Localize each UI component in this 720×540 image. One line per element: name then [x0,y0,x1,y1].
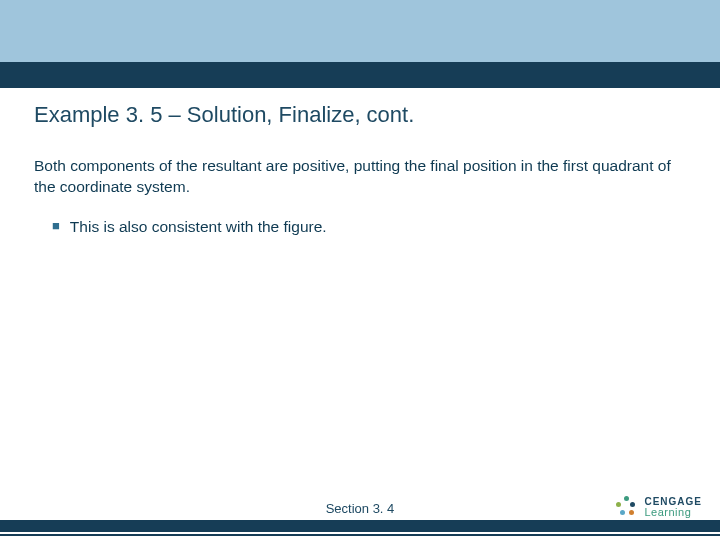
content-area: Example 3. 5 – Solution, Finalize, cont.… [34,102,686,238]
body-paragraph: Both components of the resultant are pos… [34,156,686,198]
logo-mark-icon [616,496,638,518]
slide-title: Example 3. 5 – Solution, Finalize, cont. [34,102,686,128]
logo-text: CENGAGE Learning [644,497,702,518]
bullet-marker: ■ [52,216,60,236]
header-dark-band [0,62,720,88]
section-label: Section 3. 4 [0,501,720,516]
footer-bar-thin [0,534,720,536]
logo-brand: CENGAGE [644,497,702,507]
cengage-logo: CENGAGE Learning [616,496,702,518]
logo-subbrand: Learning [644,507,702,518]
bullet-item: ■ This is also consistent with the figur… [52,216,686,238]
footer: Section 3. 4 CENGAGE Learning [0,494,720,540]
header-band [0,0,720,76]
footer-bar-dark [0,520,720,532]
bullet-text: This is also consistent with the figure. [70,216,327,238]
